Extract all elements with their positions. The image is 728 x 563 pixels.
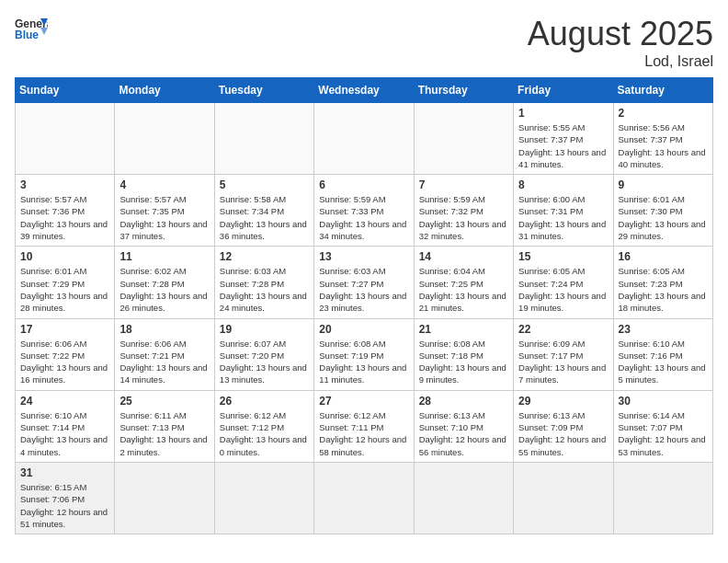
day-number: 17 [20, 323, 109, 336]
day-info: Sunrise: 6:03 AM Sunset: 7:27 PM Dayligh… [319, 265, 408, 314]
day-number: 3 [20, 178, 109, 191]
header-wednesday: Wednesday [314, 78, 414, 103]
day-info: Sunrise: 6:10 AM Sunset: 7:14 PM Dayligh… [20, 409, 109, 458]
day-info: Sunrise: 6:06 AM Sunset: 7:21 PM Dayligh… [119, 338, 209, 386]
logo-icon: General Blue [15, 15, 48, 42]
day-number: 20 [319, 323, 408, 336]
calendar-cell: 2Sunrise: 5:56 AM Sunset: 7:37 PM Daylig… [613, 103, 712, 175]
calendar-cell: 16Sunrise: 6:05 AM Sunset: 7:23 PM Dayli… [613, 247, 712, 318]
calendar-week-row: 1Sunrise: 5:55 AM Sunset: 7:37 PM Daylig… [16, 103, 713, 175]
calendar-cell: 5Sunrise: 5:58 AM Sunset: 7:34 PM Daylig… [214, 175, 313, 247]
calendar-cell [414, 103, 513, 175]
day-info: Sunrise: 6:11 AM Sunset: 7:13 PM Dayligh… [119, 409, 209, 458]
day-info: Sunrise: 5:57 AM Sunset: 7:36 PM Dayligh… [20, 193, 109, 242]
calendar-cell: 21Sunrise: 6:08 AM Sunset: 7:18 PM Dayli… [414, 318, 513, 390]
calendar-cell [115, 103, 214, 175]
calendar-cell: 14Sunrise: 6:04 AM Sunset: 7:25 PM Dayli… [414, 247, 513, 318]
day-number: 8 [518, 178, 608, 191]
svg-marker-3 [40, 28, 48, 35]
day-number: 19 [220, 323, 309, 336]
calendar-cell: 10Sunrise: 6:01 AM Sunset: 7:29 PM Dayli… [16, 247, 115, 318]
calendar-week-row: 24Sunrise: 6:10 AM Sunset: 7:14 PM Dayli… [16, 390, 713, 462]
day-number: 23 [619, 323, 708, 336]
day-info: Sunrise: 6:00 AM Sunset: 7:31 PM Dayligh… [518, 193, 608, 242]
day-info: Sunrise: 6:10 AM Sunset: 7:16 PM Dayligh… [619, 338, 708, 386]
calendar-cell: 1Sunrise: 5:55 AM Sunset: 7:37 PM Daylig… [514, 103, 613, 175]
calendar-cell: 25Sunrise: 6:11 AM Sunset: 7:13 PM Dayli… [115, 390, 214, 462]
day-info: Sunrise: 5:55 AM Sunset: 7:37 PM Dayligh… [518, 121, 608, 170]
day-number: 11 [119, 250, 209, 263]
calendar-cell [115, 462, 214, 534]
day-number: 5 [220, 178, 309, 191]
day-info: Sunrise: 6:09 AM Sunset: 7:17 PM Dayligh… [518, 338, 608, 386]
header-thursday: Thursday [414, 78, 513, 103]
header-tuesday: Tuesday [214, 78, 313, 103]
day-number: 25 [119, 395, 209, 408]
header-monday: Monday [115, 78, 214, 103]
calendar-week-row: 10Sunrise: 6:01 AM Sunset: 7:29 PM Dayli… [16, 247, 713, 318]
calendar-cell: 3Sunrise: 5:57 AM Sunset: 7:36 PM Daylig… [16, 175, 115, 247]
calendar-cell: 13Sunrise: 6:03 AM Sunset: 7:27 PM Dayli… [314, 247, 414, 318]
calendar-cell: 29Sunrise: 6:13 AM Sunset: 7:09 PM Dayli… [514, 390, 613, 462]
day-number: 2 [619, 107, 708, 120]
calendar-cell: 27Sunrise: 6:12 AM Sunset: 7:11 PM Dayli… [314, 390, 414, 462]
calendar-cell [214, 462, 313, 534]
day-info: Sunrise: 6:15 AM Sunset: 7:06 PM Dayligh… [20, 481, 109, 530]
header: General Blue August 2025 Lod, Israel [15, 15, 713, 70]
day-info: Sunrise: 6:07 AM Sunset: 7:20 PM Dayligh… [220, 338, 309, 386]
day-info: Sunrise: 5:57 AM Sunset: 7:35 PM Dayligh… [119, 193, 209, 242]
calendar-table: Sunday Monday Tuesday Wednesday Thursday… [15, 77, 713, 534]
calendar-cell: 19Sunrise: 6:07 AM Sunset: 7:20 PM Dayli… [214, 318, 313, 390]
calendar-cell: 18Sunrise: 6:06 AM Sunset: 7:21 PM Dayli… [115, 318, 214, 390]
day-number: 6 [319, 178, 408, 191]
calendar-cell: 7Sunrise: 5:59 AM Sunset: 7:32 PM Daylig… [414, 175, 513, 247]
day-number: 26 [220, 395, 309, 408]
header-saturday: Saturday [613, 78, 712, 103]
weekday-header-row: Sunday Monday Tuesday Wednesday Thursday… [16, 78, 713, 103]
day-number: 13 [319, 250, 408, 263]
day-info: Sunrise: 6:05 AM Sunset: 7:24 PM Dayligh… [518, 265, 608, 314]
day-number: 30 [619, 395, 708, 408]
svg-text:Blue: Blue [15, 29, 39, 41]
day-info: Sunrise: 5:56 AM Sunset: 7:37 PM Dayligh… [619, 121, 708, 170]
calendar-cell: 20Sunrise: 6:08 AM Sunset: 7:19 PM Dayli… [314, 318, 414, 390]
calendar-cell: 28Sunrise: 6:13 AM Sunset: 7:10 PM Dayli… [414, 390, 513, 462]
day-info: Sunrise: 5:59 AM Sunset: 7:32 PM Dayligh… [419, 193, 508, 242]
calendar-cell: 23Sunrise: 6:10 AM Sunset: 7:16 PM Dayli… [613, 318, 712, 390]
day-info: Sunrise: 6:01 AM Sunset: 7:29 PM Dayligh… [20, 265, 109, 314]
day-number: 22 [518, 323, 608, 336]
day-info: Sunrise: 6:08 AM Sunset: 7:18 PM Dayligh… [419, 338, 508, 386]
calendar-cell [314, 103, 414, 175]
calendar-cell: 8Sunrise: 6:00 AM Sunset: 7:31 PM Daylig… [514, 175, 613, 247]
calendar-cell: 12Sunrise: 6:03 AM Sunset: 7:28 PM Dayli… [214, 247, 313, 318]
calendar-cell: 22Sunrise: 6:09 AM Sunset: 7:17 PM Dayli… [514, 318, 613, 390]
calendar-cell: 9Sunrise: 6:01 AM Sunset: 7:30 PM Daylig… [613, 175, 712, 247]
calendar-week-row: 31Sunrise: 6:15 AM Sunset: 7:06 PM Dayli… [16, 462, 713, 534]
day-info: Sunrise: 6:13 AM Sunset: 7:10 PM Dayligh… [419, 409, 508, 458]
day-info: Sunrise: 6:01 AM Sunset: 7:30 PM Dayligh… [619, 193, 708, 242]
day-info: Sunrise: 6:14 AM Sunset: 7:07 PM Dayligh… [619, 409, 708, 458]
calendar-cell [16, 103, 115, 175]
day-number: 4 [119, 178, 209, 191]
day-number: 7 [419, 178, 508, 191]
calendar-cell: 31Sunrise: 6:15 AM Sunset: 7:06 PM Dayli… [16, 462, 115, 534]
day-number: 18 [119, 323, 209, 336]
day-info: Sunrise: 5:59 AM Sunset: 7:33 PM Dayligh… [319, 193, 408, 242]
day-info: Sunrise: 6:04 AM Sunset: 7:25 PM Dayligh… [419, 265, 508, 314]
calendar-week-row: 17Sunrise: 6:06 AM Sunset: 7:22 PM Dayli… [16, 318, 713, 390]
day-number: 15 [518, 250, 608, 263]
calendar-cell [414, 462, 513, 534]
day-number: 14 [419, 250, 508, 263]
header-friday: Friday [514, 78, 613, 103]
day-number: 10 [20, 250, 109, 263]
day-number: 27 [319, 395, 408, 408]
calendar-cell: 4Sunrise: 5:57 AM Sunset: 7:35 PM Daylig… [115, 175, 214, 247]
day-info: Sunrise: 6:06 AM Sunset: 7:22 PM Dayligh… [20, 338, 109, 386]
day-info: Sunrise: 6:12 AM Sunset: 7:12 PM Dayligh… [220, 409, 309, 458]
day-info: Sunrise: 6:02 AM Sunset: 7:28 PM Dayligh… [119, 265, 209, 314]
calendar-cell: 11Sunrise: 6:02 AM Sunset: 7:28 PM Dayli… [115, 247, 214, 318]
day-number: 12 [220, 250, 309, 263]
calendar-subtitle: Lod, Israel [528, 53, 713, 70]
day-number: 16 [619, 250, 708, 263]
day-info: Sunrise: 5:58 AM Sunset: 7:34 PM Dayligh… [220, 193, 309, 242]
